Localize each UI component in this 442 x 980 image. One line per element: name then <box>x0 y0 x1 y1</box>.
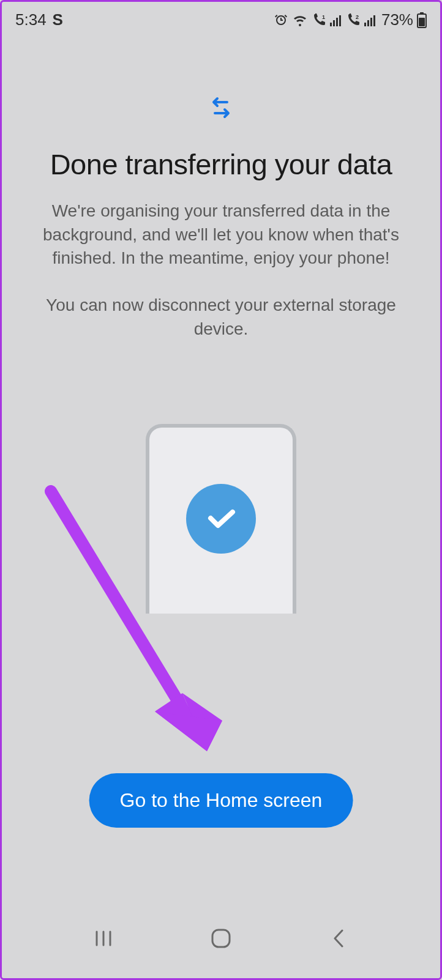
sim1-call-icon: 1 <box>312 13 326 28</box>
svg-rect-12 <box>419 18 425 26</box>
description-secondary: You can now disconnect your external sto… <box>26 294 416 341</box>
sim2-call-icon: 2 <box>346 13 361 28</box>
svg-marker-13 <box>155 693 207 751</box>
battery-percent: 73% <box>381 10 413 29</box>
alarm-icon <box>274 13 288 28</box>
svg-rect-4 <box>339 15 341 26</box>
status-bar: 5:34 S 1 2 73% <box>2 2 440 34</box>
page-title: Done transferring your data <box>26 147 416 181</box>
navigation-bar <box>2 911 440 978</box>
status-left: 5:34 S <box>15 10 63 29</box>
description-primary: We're organising your transferred data i… <box>26 199 416 270</box>
svg-rect-8 <box>370 18 372 26</box>
svg-text:2: 2 <box>356 14 359 20</box>
signal1-icon <box>330 13 342 28</box>
checkmark-circle-icon <box>186 484 256 554</box>
phone-shell <box>146 424 296 614</box>
svg-rect-19 <box>212 930 230 947</box>
svg-rect-6 <box>364 23 366 26</box>
wifi-icon <box>292 13 308 28</box>
status-right: 1 2 73% <box>274 10 427 29</box>
main-content: Done transferring your data We're organi… <box>2 94 440 341</box>
svg-rect-2 <box>333 20 335 26</box>
go-home-button[interactable]: Go to the Home screen <box>89 773 353 828</box>
signal2-icon <box>364 13 376 28</box>
battery-icon <box>417 12 427 28</box>
recents-button[interactable] <box>90 925 117 952</box>
svg-rect-7 <box>367 20 369 26</box>
status-app-glyph: S <box>53 10 63 29</box>
svg-rect-1 <box>330 23 332 26</box>
svg-rect-3 <box>336 18 338 26</box>
transfer-arrows-icon <box>206 94 236 123</box>
svg-rect-9 <box>373 15 375 26</box>
svg-marker-15 <box>155 711 222 751</box>
back-button[interactable] <box>325 925 352 952</box>
status-time: 5:34 <box>15 10 47 29</box>
svg-text:1: 1 <box>322 14 325 20</box>
phone-illustration <box>146 424 296 614</box>
svg-marker-14 <box>182 693 222 751</box>
home-button[interactable] <box>208 925 234 952</box>
